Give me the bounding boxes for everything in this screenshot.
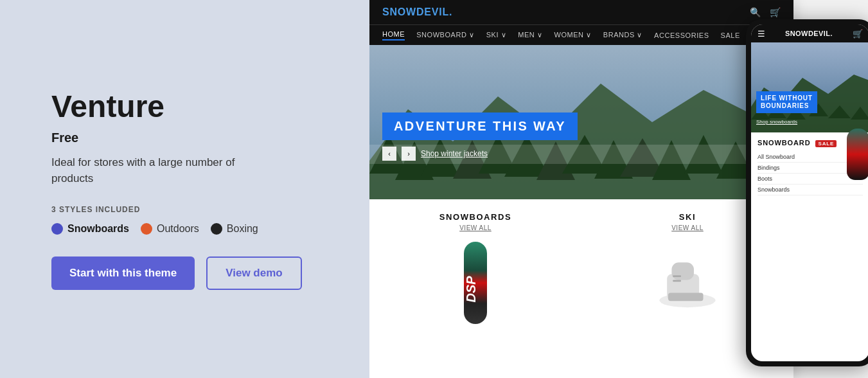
style-outdoors[interactable]: Outdoors [141, 223, 199, 235]
menu-sale[interactable]: SALE [721, 32, 740, 39]
hamburger-icon[interactable]: ☰ [757, 29, 765, 39]
store-menu: HOME SNOWBOARD ∨ SKI ∨ MEN ∨ WOMEN ∨ BRA… [369, 24, 793, 45]
theme-title: Venture [51, 89, 318, 124]
view-demo-button[interactable]: View demo [206, 256, 302, 290]
products-section: SNOWBOARDS VIEW ALL [369, 199, 793, 341]
start-theme-button[interactable]: Start with this theme [51, 256, 195, 290]
snowboards-section-title: SNOWBOARDS [382, 212, 569, 222]
style-snowboards[interactable]: Snowboards [51, 223, 129, 235]
hero-next-button[interactable]: › [402, 147, 416, 161]
theme-price: Free [51, 130, 318, 145]
menu-men[interactable]: MEN ∨ [518, 31, 542, 39]
action-buttons: Start with this theme View demo [51, 256, 318, 290]
mobile-hero: LIFE WITHOUT BOUNDARIES Shop snowboards [751, 42, 868, 132]
snowboards-view-all[interactable]: VIEW ALL [382, 224, 569, 231]
left-panel: Venture Free Ideal for stores with a lar… [0, 0, 369, 378]
mobile-preview: ☰ SNOWDEVIL. 🛒 [746, 19, 868, 366]
menu-snowboard[interactable]: SNOWBOARD ∨ [416, 31, 474, 39]
menu-home[interactable]: HOME [382, 30, 405, 40]
cart-icon[interactable]: 🛒 [770, 7, 781, 17]
menu-women[interactable]: WOMEN ∨ [554, 31, 591, 39]
nav-icons: 🔍 🛒 [750, 7, 781, 17]
snowboard-svg: DSP [459, 238, 492, 328]
menu-brands[interactable]: BRANDS ∨ [603, 31, 642, 39]
snowboard-product-image: DSP [443, 238, 508, 328]
mobile-hero-badge: LIFE WITHOUT BOUNDARIES [756, 91, 817, 113]
style-boxing[interactable]: Boxing [211, 223, 258, 235]
svg-rect-21 [671, 262, 694, 280]
snowboards-label: Snowboards [67, 223, 129, 235]
mobile-dropdown-title: SNOWBOARD SALE [757, 139, 837, 147]
hero-cta-link[interactable]: Shop winter jackets [421, 149, 488, 158]
product-col-snowboards: SNOWBOARDS VIEW ALL [382, 212, 569, 328]
hero-controls: ‹ › Shop winter jackets [382, 147, 781, 161]
right-panel: SNOWDEVIL. 🔍 🛒 HOME SNOWBOARD ∨ SKI ∨ ME… [369, 0, 868, 378]
theme-description: Ideal for stores with a large number of … [51, 154, 257, 187]
mobile-hero-cta[interactable]: Shop snowboards [756, 119, 797, 125]
ski-boot-svg [655, 248, 720, 318]
desktop-preview: SNOWDEVIL. 🔍 🛒 HOME SNOWBOARD ∨ SKI ∨ ME… [369, 0, 793, 378]
mobile-snowboard-image [847, 129, 868, 180]
mobile-navbar: ☰ SNOWDEVIL. 🛒 [751, 24, 868, 42]
mobile-sale-badge: SALE [815, 140, 837, 147]
snowboards-dot [51, 223, 63, 235]
hero-badge: ADVENTURE THIS WAY [382, 113, 578, 140]
mobile-cart-icon[interactable]: 🛒 [853, 29, 863, 39]
menu-accessories[interactable]: ACCESSORIES [654, 32, 709, 39]
boxing-label: Boxing [227, 223, 258, 235]
outdoors-label: Outdoors [157, 223, 199, 235]
style-options: Snowboards Outdoors Boxing [51, 223, 318, 235]
svg-text:DSP: DSP [464, 276, 478, 303]
ski-product-image [655, 238, 720, 328]
hero-section: ADVENTURE THIS WAY ‹ › Shop winter jacke… [369, 45, 793, 199]
hero-overlay: ADVENTURE THIS WAY ‹ › Shop winter jacke… [382, 113, 781, 161]
outdoors-dot [141, 223, 152, 235]
mobile-inner: ☰ SNOWDEVIL. 🛒 [751, 24, 868, 361]
menu-ski[interactable]: SKI ∨ [486, 31, 507, 39]
search-icon[interactable]: 🔍 [750, 7, 761, 17]
store-logo: SNOWDEVIL. [382, 6, 452, 18]
styles-label: 3 STYLES INCLUDED [51, 205, 318, 214]
store-navbar: SNOWDEVIL. 🔍 🛒 [369, 0, 793, 24]
mobile-dropdown-item-4[interactable]: Snowboards [757, 184, 863, 195]
hero-prev-button[interactable]: ‹ [382, 147, 396, 161]
svg-rect-24 [673, 280, 681, 282]
boxing-dot [211, 223, 222, 235]
svg-rect-22 [668, 292, 704, 301]
svg-rect-23 [673, 275, 681, 277]
mobile-logo: SNOWDEVIL. [785, 30, 833, 37]
